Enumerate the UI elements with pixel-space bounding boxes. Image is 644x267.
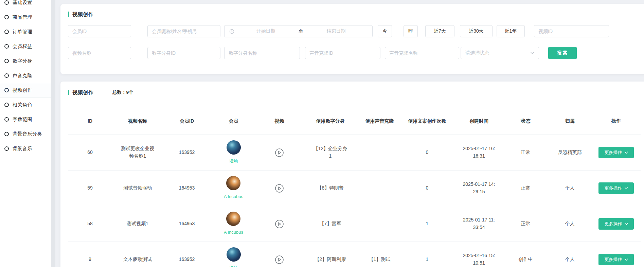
filter-row-2: 请选择状态 搜索 [68,47,641,59]
cell-copy-count: 1 [401,220,453,228]
clock-icon [229,29,234,34]
column-header-member-id: 会员ID [163,118,211,125]
date-range-input[interactable]: 开始日期 至 结束日期 [224,25,373,37]
cell-digital-avatar: 【2】阿斯利康 [302,256,358,263]
column-header-created-at: 创建时间 [453,118,504,125]
status-select[interactable]: 请选择状态 [461,47,539,59]
member-id-input[interactable] [68,25,131,37]
more-actions-button[interactable]: 更多操作 [598,218,634,230]
sidebar-item-label: 基础设置 [13,0,32,6]
quick-range-30days-button[interactable]: 近30天 [460,25,493,37]
table-row: 58 测试视频1 164953 A Incubus 【7】雷军 1 2025-0… [68,206,641,242]
sidebar-item-label: 视频创作 [13,87,32,93]
more-actions-button[interactable]: 更多操作 [598,147,634,158]
cell-member: A Incubus [211,212,256,236]
cell-video [256,184,302,193]
sidebar-item-label: 字数范围 [13,117,32,123]
cell-status: 创作中 [504,256,547,263]
play-video-button[interactable] [275,219,284,229]
sidebar-item-video-creation[interactable]: 视频创作 [0,83,51,97]
cell-video-name: 测试视频1 [112,220,163,228]
sidebar-item-related-roles[interactable]: 相关角色 [0,97,51,112]
radio-circle-icon [4,88,9,92]
cell-member-id: 163952 [163,149,211,156]
cell-id: 59 [68,184,112,192]
column-header-video: 视频 [256,118,302,125]
cell-member-id: 163952 [163,256,211,263]
radio-circle-icon [4,59,9,63]
radio-circle-icon [4,117,9,122]
play-video-button[interactable] [275,184,284,193]
cell-actions: 更多操作 [593,218,640,230]
cell-digital-avatar: 【8】特朗普 [302,184,358,192]
cell-member-id: 164953 [163,220,211,228]
sidebar-item-label: 会员权益 [13,43,32,50]
digital-avatar-name-input[interactable] [224,47,300,59]
sidebar-item-label: 数字分身 [13,58,32,64]
cell-video [256,219,302,229]
cell-status: 正常 [504,220,547,228]
sidebar-item-label: 相关角色 [13,102,32,108]
sidebar-item-label: 声音克隆 [13,73,32,79]
title-accent-bar [68,90,69,95]
radio-circle-icon [4,15,9,19]
member-avatar [227,140,241,155]
more-actions-button[interactable]: 更多操作 [598,182,634,194]
sidebar-item-voice-clone[interactable]: 声音克隆 [0,68,51,83]
cell-video [256,255,302,264]
column-header-status: 状态 [504,118,547,125]
video-name-input[interactable] [68,47,131,59]
video-id-input[interactable] [534,25,609,37]
cell-created-at: 2025-01-16 15:10:51 [453,252,504,267]
table-header-row: ID 视频名称 会员ID 会员 视频 使用数字分身 使用声音克隆 使用文案创作次… [68,108,641,135]
chevron-down-icon [625,259,628,261]
cell-owner: 个人 [547,256,593,263]
voice-clone-id-input[interactable] [305,47,380,59]
sidebar-item-bgm-category[interactable]: 背景音乐分类 [0,127,51,141]
quick-range-yesterday-button[interactable]: 昨 [404,25,418,37]
total-count-label: 总数：9个 [112,89,133,95]
cell-owner: 个人 [547,184,593,192]
play-video-button[interactable] [275,148,284,157]
cell-member: A Incubus [211,176,256,200]
quick-range-1year-button[interactable]: 近1年 [497,25,525,37]
sidebar-item-word-count-range[interactable]: 字数范围 [0,112,51,127]
sidebar-item-product-management[interactable]: 商品管理 [0,10,51,24]
member-nickname-input[interactable] [147,25,220,37]
cell-video-name: 文本驱动测试 [112,256,163,263]
cell-created-at: 2025-01-17 16:16:31 [453,145,504,160]
quick-range-today-button[interactable]: 今 [378,25,392,37]
cell-status: 正常 [504,149,547,156]
sidebar-item-order-management[interactable]: 订单管理 [0,24,51,39]
table-row: 59 测试音频驱动 164953 A Incubus 【8】特朗普 0 2025… [68,171,641,206]
search-button[interactable]: 搜索 [548,47,577,59]
more-actions-button[interactable]: 更多操作 [598,254,634,265]
cell-id: 9 [68,256,112,263]
filter-row-1: 开始日期 至 结束日期 今 昨 近7天 近30天 近1年 [68,25,641,37]
cell-id: 60 [68,149,112,156]
cell-created-at: 2025-01-17 11:33:54 [453,216,504,231]
table-row: 9 文本驱动测试 163952 培灿 【2】阿斯利康 【1】测试 1 2025-… [68,242,641,267]
sidebar: 基础设置 商品管理 订单管理 会员权益 数字分身 声音克隆 视频创作 相关角色 [0,0,51,267]
sidebar-item-member-benefits[interactable]: 会员权益 [0,39,51,54]
cell-status: 正常 [504,184,547,192]
cell-actions: 更多操作 [593,182,640,194]
cell-copy-count: 0 [401,184,453,192]
radio-circle-icon [4,103,9,107]
sidebar-item-basic-settings[interactable]: 基础设置 [0,0,51,10]
quick-range-7days-button[interactable]: 近7天 [425,25,454,37]
radio-circle-icon [4,146,9,151]
title-accent-bar [68,12,69,17]
sidebar-scrollbar-track[interactable] [51,0,55,267]
radio-circle-icon [4,132,9,136]
digital-avatar-id-input[interactable] [147,47,220,59]
sidebar-item-label: 商品管理 [13,14,32,20]
sidebar-item-digital-avatar[interactable]: 数字分身 [0,54,51,68]
play-video-button[interactable] [275,255,284,264]
sidebar-item-label: 背景音乐分类 [13,131,42,137]
voice-clone-name-input[interactable] [385,47,459,59]
sidebar-item-bgm[interactable]: 背景音乐 [0,141,51,156]
video-table: ID 视频名称 会员ID 会员 视频 使用数字分身 使用声音克隆 使用文案创作次… [68,108,641,267]
member-name: 培灿 [229,158,238,164]
column-header-video-name: 视频名称 [112,118,163,125]
